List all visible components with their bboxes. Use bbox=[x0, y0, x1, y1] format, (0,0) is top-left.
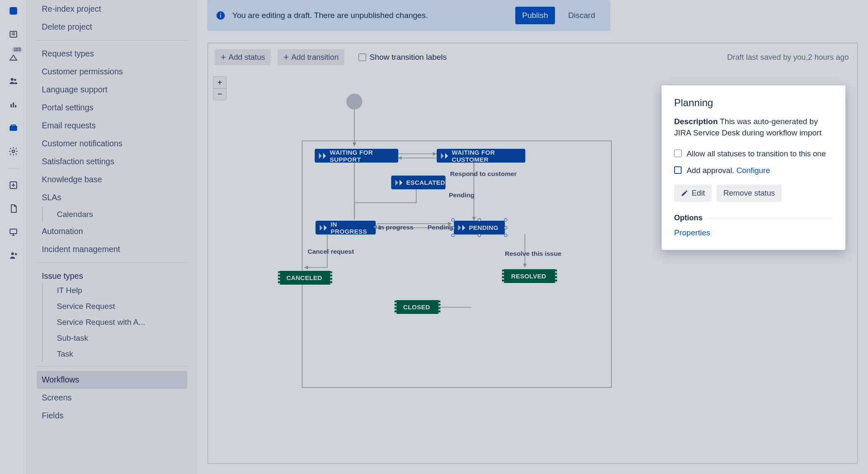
arrow-right-icon: ▶ bbox=[449, 224, 453, 229]
sidebar-satisfaction[interactable]: Satisfaction settings bbox=[37, 153, 187, 171]
settings-gear-icon[interactable] bbox=[5, 143, 22, 160]
publish-button[interactable]: Publish bbox=[515, 7, 555, 24]
sidebar-request-types[interactable]: Request types bbox=[37, 45, 187, 63]
alerts-icon[interactable]: 103 bbox=[5, 49, 22, 66]
add-status-label: Add status bbox=[229, 53, 265, 62]
status-waiting-for-customer[interactable]: WAITING FOR CUSTOMER bbox=[437, 149, 525, 163]
sidebar-customer-permissions[interactable]: Customer permissions bbox=[37, 63, 187, 81]
options-heading: Options bbox=[674, 214, 833, 222]
svg-point-3 bbox=[14, 79, 16, 81]
status-label: WAITING FOR SUPPORT bbox=[330, 149, 392, 163]
svg-rect-0 bbox=[10, 7, 17, 15]
status-label: ESCALATED bbox=[406, 179, 445, 186]
svg-rect-4 bbox=[10, 104, 12, 107]
status-pending[interactable]: PENDING bbox=[454, 221, 505, 234]
svg-rect-15 bbox=[302, 141, 611, 387]
properties-link[interactable]: Properties bbox=[674, 228, 710, 237]
status-resolved[interactable]: RESOLVED bbox=[502, 269, 557, 283]
allow-all-transitions-row[interactable]: Allow all statuses to transition to this… bbox=[674, 148, 833, 159]
zoom-controls: + − bbox=[213, 76, 227, 100]
sidebar-sep-3 bbox=[37, 366, 187, 367]
sidebar-sep-1 bbox=[37, 40, 187, 41]
svg-point-8 bbox=[12, 150, 15, 153]
sidebar-fields[interactable]: Fields bbox=[37, 407, 187, 425]
sidebar-delete-project[interactable]: Delete project bbox=[37, 18, 187, 36]
zoom-in-button[interactable]: + bbox=[214, 76, 226, 88]
workflow-start-node[interactable] bbox=[346, 94, 362, 110]
reports-icon[interactable] bbox=[5, 96, 22, 113]
sidebar-reindex[interactable]: Re-index project bbox=[37, 0, 187, 18]
sidebar-portal-settings[interactable]: Portal settings bbox=[37, 99, 187, 117]
status-label: IN PROGRESS bbox=[331, 221, 370, 235]
desc-label: Description bbox=[674, 117, 718, 126]
sidebar-it-help[interactable]: IT Help bbox=[52, 283, 187, 298]
draft-banner: You are editing a draft. There are unpub… bbox=[207, 0, 610, 31]
sidebar-service-request[interactable]: Service Request bbox=[52, 298, 187, 314]
status-escalated[interactable]: ESCALATED bbox=[391, 176, 445, 189]
remove-status-button[interactable]: Remove status bbox=[717, 184, 781, 202]
sidebar-workflows[interactable]: Workflows bbox=[37, 371, 187, 389]
sidebar-knowledge-base[interactable]: Knowledge base bbox=[37, 171, 187, 189]
alerts-badge: 103 bbox=[12, 47, 23, 52]
allow-all-checkbox[interactable] bbox=[674, 150, 682, 157]
sidebar-sub-task[interactable]: Sub-task bbox=[52, 330, 187, 346]
add-status-button[interactable]: + Add status bbox=[215, 49, 271, 65]
sidebar-slas[interactable]: SLAs bbox=[37, 189, 187, 206]
sidebar-service-request-approvals[interactable]: Service Request with A... bbox=[52, 314, 187, 330]
add-item-icon[interactable] bbox=[5, 177, 22, 194]
status-closed[interactable]: CLOSED bbox=[395, 300, 440, 314]
sidebar-customer-notifications[interactable]: Customer notifications bbox=[37, 135, 187, 153]
sidebar-email-requests[interactable]: Email requests bbox=[37, 117, 187, 135]
sidebar-automation[interactable]: Automation bbox=[37, 222, 187, 240]
monitor-icon[interactable] bbox=[5, 224, 22, 240]
global-nav-rail: 103 bbox=[0, 0, 27, 474]
svg-rect-13 bbox=[220, 15, 221, 18]
svg-point-2 bbox=[10, 78, 13, 81]
add-approval-checkbox[interactable] bbox=[674, 166, 682, 174]
sidebar-screens[interactable]: Screens bbox=[37, 389, 187, 407]
banner-text: You are editing a draft. There are unpub… bbox=[232, 11, 509, 20]
allow-all-label: Allow all statuses to transition to this… bbox=[687, 148, 826, 159]
svg-point-14 bbox=[220, 13, 221, 14]
svg-rect-5 bbox=[13, 102, 14, 107]
status-canceled[interactable]: CANCELED bbox=[278, 271, 332, 285]
customers-icon[interactable] bbox=[5, 73, 22, 89]
sidebar-calendars[interactable]: Calendars bbox=[52, 206, 187, 222]
status-label: RESOLVED bbox=[511, 273, 546, 280]
sidebar-sep-2 bbox=[37, 262, 187, 263]
add-transition-label: Add transition bbox=[291, 53, 339, 62]
transition-in-progress[interactable]: In progress bbox=[378, 224, 413, 231]
info-icon bbox=[216, 10, 226, 20]
add-transition-button[interactable]: + Add transition bbox=[277, 49, 344, 65]
add-approval-label: Add approval. bbox=[687, 166, 734, 175]
edit-status-button[interactable]: Edit bbox=[674, 184, 712, 202]
sidebar-incident-management[interactable]: Incident management bbox=[37, 240, 187, 258]
zoom-out-button[interactable]: − bbox=[214, 88, 226, 100]
panel-actions: Edit Remove status bbox=[674, 184, 833, 202]
transition-respond[interactable]: Respond to customer bbox=[450, 170, 517, 178]
page-icon[interactable] bbox=[5, 200, 22, 217]
pencil-icon bbox=[681, 189, 688, 197]
configure-link[interactable]: Configure bbox=[736, 166, 770, 175]
sidebar-issue-types-label: Issue types bbox=[37, 267, 187, 283]
transition-pending-1[interactable]: Pending bbox=[449, 191, 474, 199]
arrow-left-icon: ◀ bbox=[373, 224, 377, 229]
sidebar-language-support[interactable]: Language support bbox=[37, 81, 187, 99]
project-icon[interactable] bbox=[5, 120, 22, 136]
invite-icon[interactable] bbox=[5, 247, 22, 264]
add-approval-row[interactable]: Add approval. Configure bbox=[674, 165, 833, 176]
sidebar-issue-types-sub: IT Help Service Request Service Request … bbox=[42, 283, 187, 362]
svg-rect-6 bbox=[15, 105, 16, 107]
sidebar-task[interactable]: Task bbox=[52, 346, 187, 362]
status-label: CANCELED bbox=[286, 274, 322, 281]
project-settings-sidebar: Re-index project Delete project Request … bbox=[27, 0, 197, 474]
discard-button[interactable]: Discard bbox=[562, 7, 602, 24]
queues-icon[interactable] bbox=[5, 26, 22, 43]
transition-cancel[interactable]: Cancel request bbox=[308, 248, 354, 255]
transition-resolve[interactable]: Resolve this issue bbox=[505, 250, 561, 257]
product-icon[interactable] bbox=[5, 3, 22, 19]
show-labels-checkbox[interactable] bbox=[359, 54, 366, 61]
status-waiting-for-support[interactable]: WAITING FOR SUPPORT bbox=[315, 149, 398, 163]
status-in-progress[interactable]: IN PROGRESS bbox=[316, 221, 376, 234]
show-labels-toggle[interactable]: Show transition labels bbox=[359, 53, 447, 62]
